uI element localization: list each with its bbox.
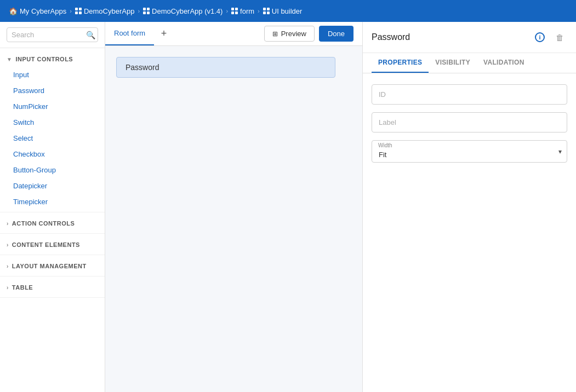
sidebar-item-numpicker[interactable]: NumPicker	[0, 99, 105, 114]
search-bar: 🔍	[0, 22, 105, 48]
grid-icon-1	[143, 8, 150, 14]
input-controls-items: Input Password NumPicker Switch Select C…	[0, 67, 105, 210]
section-action-controls: › ACTION CONTROLS	[0, 212, 105, 234]
right-panel-title: Password	[372, 32, 410, 42]
right-panel-header: Password i 🗑	[363, 22, 576, 53]
section-header-layout-management[interactable]: › LAYOUT MANAGEMENT	[0, 261, 105, 274]
chevron-right-icon-action: ›	[7, 221, 9, 227]
tab-validation[interactable]: VALIDATION	[477, 53, 531, 73]
search-button[interactable]: 🔍	[84, 28, 97, 42]
top-nav: 🏠 My CyberApps › DemoCyberApp › DemoCybe…	[0, 0, 576, 22]
breadcrumb-item-democyberapp[interactable]: DemoCyberApp	[75, 7, 135, 15]
breadcrumb-item-uibuilder[interactable]: UI builder	[263, 7, 303, 15]
breadcrumb-sep-3: ›	[258, 8, 260, 14]
sidebar-item-input[interactable]: Input	[0, 67, 105, 83]
breadcrumb-item-democyberapp-v14[interactable]: DemoCyberApp (v1.4)	[143, 7, 223, 15]
width-select-wrapper: Width Fit Full Half Quarter ▾	[372, 140, 567, 163]
delete-button[interactable]: 🗑	[552, 30, 567, 45]
form-canvas[interactable]: Password	[105, 46, 362, 392]
sidebar-item-switch[interactable]: Switch	[0, 114, 105, 130]
sidebar-item-datepicker[interactable]: Datepicker	[0, 178, 105, 194]
grid-icon-0	[75, 8, 82, 14]
tab-properties[interactable]: PROPERTIES	[372, 53, 429, 73]
home-icon: 🏠	[9, 7, 18, 15]
add-tab-button[interactable]: +	[156, 26, 172, 42]
chevron-right-icon-content: ›	[7, 242, 9, 248]
done-button[interactable]: Done	[319, 26, 353, 42]
breadcrumb-sep-2: ›	[226, 8, 228, 14]
preview-button[interactable]: ⊞ Preview	[264, 26, 315, 42]
tab-root-form[interactable]: Root form	[105, 22, 154, 45]
sidebar-item-timepicker[interactable]: Timepicker	[0, 194, 105, 210]
section-content-elements: › CONTENT ELEMENTS	[0, 234, 105, 255]
sidebar-item-checkbox[interactable]: Checkbox	[0, 146, 105, 162]
info-icon: i	[535, 32, 545, 42]
right-panel-body: Width Fit Full Half Quarter ▾	[363, 73, 576, 174]
tab-visibility[interactable]: VISIBILITY	[429, 53, 477, 73]
section-header-action-controls[interactable]: › ACTION CONTROLS	[0, 218, 105, 231]
id-input[interactable]	[372, 84, 567, 105]
label-input[interactable]	[372, 112, 567, 132]
section-header-table[interactable]: › TABLE	[0, 282, 105, 295]
right-panel-actions: i 🗑	[532, 30, 567, 45]
tabs-left: Root form +	[105, 22, 172, 45]
breadcrumb-item-mycyberapps[interactable]: 🏠 My CyberApps	[9, 7, 66, 15]
password-form-element[interactable]: Password	[116, 57, 335, 78]
section-header-input-controls[interactable]: ▼ INPUT CONTROLS	[0, 54, 105, 67]
sidebar-item-button-group[interactable]: Button-Group	[0, 162, 105, 178]
width-select[interactable]: Fit Full Half Quarter	[372, 140, 567, 163]
breadcrumb-sep-0: ›	[70, 8, 72, 14]
preview-icon: ⊞	[272, 30, 278, 38]
sidebar: 🔍 ▼ INPUT CONTROLS Input Password NumPic…	[0, 22, 105, 392]
sidebar-item-select[interactable]: Select	[0, 130, 105, 146]
main-layout: 🔍 ▼ INPUT CONTROLS Input Password NumPic…	[0, 22, 576, 392]
trash-icon: 🗑	[556, 33, 564, 42]
breadcrumb-sep-1: ›	[138, 8, 140, 14]
chevron-right-icon-table: ›	[7, 285, 9, 291]
sidebar-item-password[interactable]: Password	[0, 83, 105, 99]
breadcrumb-item-form[interactable]: form	[231, 7, 254, 15]
width-field-group: Width Fit Full Half Quarter ▾	[372, 140, 567, 163]
right-panel: Password i 🗑 PROPERTIES VISIBILITY VALID…	[362, 22, 576, 392]
label-field-group	[372, 112, 567, 132]
info-button[interactable]: i	[532, 30, 548, 45]
right-panel-tabs: PROPERTIES VISIBILITY VALIDATION	[363, 53, 576, 73]
section-header-content-elements[interactable]: › CONTENT ELEMENTS	[0, 239, 105, 252]
section-layout-management: › LAYOUT MANAGEMENT	[0, 255, 105, 276]
section-input-controls: ▼ INPUT CONTROLS Input Password NumPicke…	[0, 48, 105, 212]
section-table: › TABLE	[0, 276, 105, 298]
id-field-group	[372, 84, 567, 105]
grid-icon-2	[231, 8, 238, 14]
top-bar-right: ⊞ Preview Done	[255, 26, 362, 42]
chevron-right-icon-layout: ›	[7, 263, 9, 269]
grid-icon-3	[263, 8, 270, 14]
center-content: Root form + ⊞ Preview Done Password	[105, 22, 362, 392]
form-tab-bar: Root form + ⊞ Preview Done	[105, 22, 362, 46]
width-label: Width	[378, 142, 392, 148]
chevron-down-icon: ▼	[7, 56, 12, 62]
